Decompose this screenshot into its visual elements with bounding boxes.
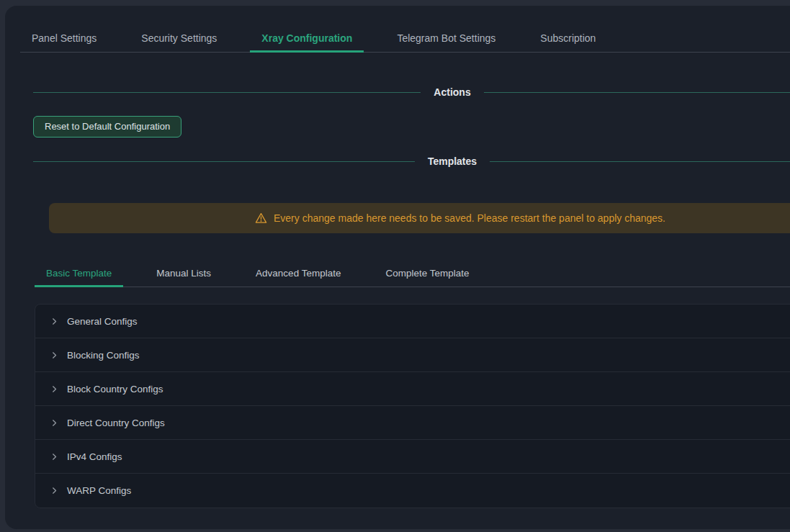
settings-tab-bar: Panel Settings Security Settings Xray Co… (20, 24, 790, 53)
settings-card: Panel Settings Security Settings Xray Co… (5, 6, 790, 529)
collapse-header-general-configs[interactable]: General Configs (35, 305, 790, 338)
xray-configuration-pane: Actions Reset to Default Configuration T… (5, 84, 790, 508)
chevron-right-icon (50, 487, 58, 495)
templates-divider: Templates (33, 153, 790, 169)
template-tab-bar: Basic Template Manual Lists Advanced Tem… (35, 260, 790, 287)
config-collapse-list: General Configs Blocking Configs Block C… (35, 304, 790, 508)
restart-warning-banner: Every change made here needs to be saved… (49, 203, 790, 233)
chevron-right-icon (50, 452, 58, 461)
reset-to-default-configuration-button[interactable]: Reset to Default Configuration (33, 116, 181, 137)
collapse-label: IPv4 Configs (67, 451, 122, 462)
tab-subscription[interactable]: Subscription (529, 24, 607, 52)
chevron-right-icon (50, 418, 58, 427)
divider-line (490, 161, 790, 162)
collapse-label: WARP Configs (67, 485, 131, 496)
divider-line (33, 92, 421, 93)
collapse-header-ipv4-configs[interactable]: IPv4 Configs (35, 440, 790, 474)
collapse-label: General Configs (67, 316, 138, 327)
tab-manual-lists[interactable]: Manual Lists (145, 260, 223, 287)
tab-xray-configuration[interactable]: Xray Configuration (250, 24, 364, 52)
tab-complete-template[interactable]: Complete Template (374, 260, 480, 287)
divider-line (33, 161, 415, 162)
collapse-label: Direct Country Configs (67, 418, 165, 428)
chevron-right-icon (50, 317, 58, 325)
collapse-header-warp-configs[interactable]: WARP Configs (35, 474, 790, 508)
tab-basic-template[interactable]: Basic Template (35, 260, 123, 287)
collapse-header-blocking-configs[interactable]: Blocking Configs (35, 338, 790, 372)
templates-divider-label: Templates (415, 155, 490, 167)
collapse-header-block-country-configs[interactable]: Block Country Configs (35, 372, 790, 406)
warning-triangle-icon (255, 212, 267, 224)
collapse-label: Block Country Configs (67, 384, 163, 395)
tab-advanced-template[interactable]: Advanced Template (244, 260, 352, 287)
tab-panel-settings[interactable]: Panel Settings (20, 24, 108, 52)
actions-divider-label: Actions (421, 86, 483, 98)
tab-telegram-bot-settings[interactable]: Telegram Bot Settings (385, 24, 507, 52)
collapse-header-direct-country-configs[interactable]: Direct Country Configs (35, 406, 790, 440)
tab-security-settings[interactable]: Security Settings (130, 24, 228, 52)
actions-divider: Actions (33, 84, 790, 100)
collapse-label: Blocking Configs (67, 350, 140, 361)
warning-text: Every change made here needs to be saved… (274, 212, 665, 224)
divider-line (484, 92, 790, 93)
chevron-right-icon (50, 351, 58, 359)
chevron-right-icon (50, 384, 58, 393)
